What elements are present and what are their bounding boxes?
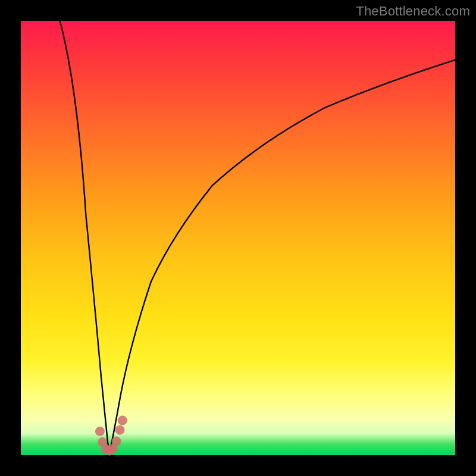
curve-left-branch xyxy=(60,21,110,451)
plot-area xyxy=(21,21,455,455)
svg-point-5 xyxy=(112,437,121,446)
svg-point-0 xyxy=(95,427,105,436)
chart-frame: TheBottleneck.com xyxy=(0,0,476,476)
svg-point-6 xyxy=(115,425,124,435)
svg-point-1 xyxy=(98,437,107,447)
svg-point-7 xyxy=(118,416,127,425)
curve-right-branch xyxy=(110,60,455,451)
svg-point-4 xyxy=(108,444,118,453)
watermark-text: TheBottleneck.com xyxy=(356,4,470,19)
minimum-marker-cluster xyxy=(95,416,127,456)
svg-point-3 xyxy=(105,446,114,456)
svg-point-2 xyxy=(101,444,111,454)
bottleneck-curve xyxy=(21,21,455,455)
